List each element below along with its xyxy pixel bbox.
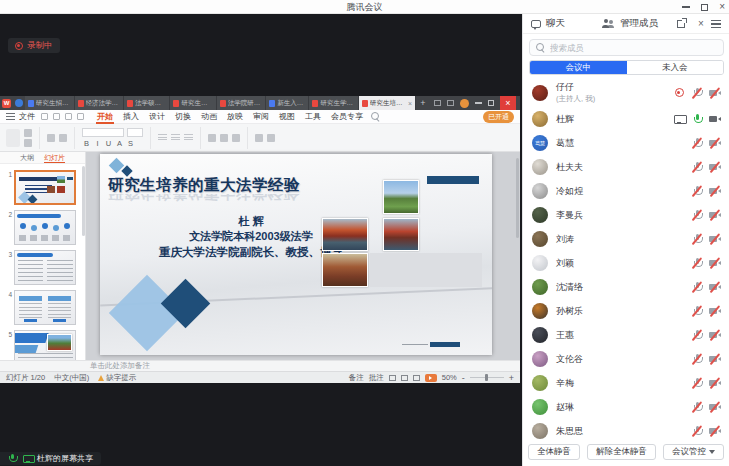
- panel-menu-icon[interactable]: [711, 20, 721, 28]
- wps-hamburger-icon[interactable]: [6, 113, 15, 120]
- camera-icon[interactable]: [708, 400, 722, 414]
- font-style-button[interactable]: S: [126, 139, 135, 148]
- premium-badge[interactable]: 已开通: [483, 111, 514, 123]
- recording-badge[interactable]: 录制中: [8, 38, 60, 53]
- menu-工具[interactable]: 工具: [300, 110, 326, 124]
- mic-icon[interactable]: [690, 328, 704, 342]
- slideshow-play-icon[interactable]: [425, 374, 437, 382]
- close-icon[interactable]: ×: [719, 2, 725, 12]
- wps-maximize-icon[interactable]: [488, 100, 494, 106]
- mic-icon[interactable]: [690, 160, 704, 174]
- zoom-slider[interactable]: [470, 377, 504, 379]
- wps-document-tab[interactable]: 研究生培养的重大法学经验.pptx×: [359, 96, 416, 110]
- participant-row[interactable]: 赵琳: [523, 395, 729, 419]
- split-view-icon[interactable]: [447, 100, 454, 106]
- ribbon-button[interactable]: [267, 134, 275, 142]
- mic-icon[interactable]: [690, 256, 704, 270]
- ribbon-button[interactable]: [220, 134, 228, 142]
- participant-row[interactable]: 冷如煌: [523, 179, 729, 203]
- camera-icon[interactable]: [708, 376, 722, 390]
- canvas-scrollbar[interactable]: [516, 158, 519, 238]
- share-status-banner[interactable]: 杜辉的屏幕共享: [0, 452, 101, 465]
- ribbon-button[interactable]: [184, 134, 193, 142]
- camera-icon[interactable]: [708, 256, 722, 270]
- comments-toggle-button[interactable]: 批注: [369, 373, 384, 383]
- participant-row[interactable]: 孙树乐: [523, 299, 729, 323]
- ribbon-button[interactable]: [171, 134, 180, 142]
- footer-button-会议管控[interactable]: 会议管控: [663, 444, 724, 460]
- participant-row[interactable]: 文伦谷: [523, 347, 729, 371]
- mic-icon[interactable]: [690, 232, 704, 246]
- tab-manage-members[interactable]: 管理成员: [620, 17, 658, 30]
- mic-icon[interactable]: [690, 136, 704, 150]
- camera-icon[interactable]: [708, 86, 722, 100]
- reading-view-icon[interactable]: [413, 375, 420, 381]
- menu-视图[interactable]: 视图: [274, 110, 300, 124]
- font-name-box[interactable]: [82, 128, 124, 137]
- footer-button-全体静音[interactable]: 全体静音: [528, 444, 580, 460]
- camera-icon[interactable]: [708, 304, 722, 318]
- layout-icon[interactable]: [434, 100, 441, 106]
- thumbnail-scrollbar[interactable]: [82, 166, 85, 236]
- font-style-button[interactable]: U: [104, 139, 113, 148]
- camera-icon[interactable]: [708, 424, 722, 438]
- redo-icon[interactable]: [77, 113, 84, 120]
- minimize-icon[interactable]: [682, 6, 690, 8]
- participant-list[interactable]: 仔仔(主持人, 我)杜辉葛慧葛慧杜夫夫冷如煌李曼兵刘涛刘颖沈清络孙树乐王惠文伦谷…: [523, 78, 729, 444]
- print-icon[interactable]: [53, 113, 60, 120]
- slide-thumbnail[interactable]: 3: [2, 250, 82, 285]
- camera-icon[interactable]: [708, 112, 722, 126]
- mic-icon[interactable]: [690, 280, 704, 294]
- camera-icon[interactable]: [708, 280, 722, 294]
- mic-icon[interactable]: [690, 352, 704, 366]
- wps-search-icon[interactable]: [371, 112, 381, 122]
- menu-开始[interactable]: 开始: [92, 110, 118, 124]
- wps-logo-icon[interactable]: W: [0, 96, 13, 110]
- menu-放映[interactable]: 放映: [222, 110, 248, 124]
- file-menu[interactable]: 文件: [19, 111, 35, 122]
- ribbon-button[interactable]: [6, 129, 20, 147]
- camera-icon[interactable]: [708, 160, 722, 174]
- menu-会员专享[interactable]: 会员专享: [326, 110, 368, 124]
- zoom-level[interactable]: 50%: [442, 373, 457, 382]
- normal-view-icon[interactable]: [389, 375, 396, 381]
- participant-row[interactable]: 杜夫夫: [523, 155, 729, 179]
- ribbon-button[interactable]: [24, 129, 32, 137]
- slide-thumbnail[interactable]: 1: [2, 170, 82, 205]
- notes-bar[interactable]: 单击此处添加备注: [0, 360, 520, 371]
- zoom-in-button[interactable]: +: [509, 374, 514, 382]
- popout-icon[interactable]: [677, 20, 685, 28]
- mic-icon[interactable]: [690, 400, 704, 414]
- ribbon-button[interactable]: [158, 134, 167, 142]
- ribbon-button[interactable]: [24, 139, 32, 147]
- footer-button-解除全体静音[interactable]: 解除全体静音: [587, 444, 656, 460]
- wps-home-icon[interactable]: [13, 96, 25, 110]
- menu-动画[interactable]: 动画: [196, 110, 222, 124]
- camera-icon[interactable]: [708, 184, 722, 198]
- participant-row[interactable]: 沈清络: [523, 275, 729, 299]
- ribbon-button[interactable]: [47, 134, 55, 142]
- wps-document-tab[interactable]: 研究生学术训练与论文写作: [309, 96, 359, 110]
- search-input[interactable]: [550, 43, 717, 53]
- sorter-view-icon[interactable]: [401, 375, 408, 381]
- wps-document-tab[interactable]: 研究生导师工作条例解读: [170, 96, 216, 110]
- tab-chat[interactable]: 聊天: [546, 17, 565, 30]
- participant-row[interactable]: 葛慧葛慧: [523, 131, 729, 155]
- font-style-button[interactable]: I: [93, 139, 102, 148]
- slide-1[interactable]: 研究生培养的重大法学经验 研究生培养的重大法学经验 杜 辉 文法学院本科2003…: [100, 154, 492, 355]
- slide-canvas[interactable]: 研究生培养的重大法学经验 研究生培养的重大法学经验 杜 辉 文法学院本科2003…: [86, 152, 520, 360]
- mic-icon[interactable]: [690, 208, 704, 222]
- member-search-box[interactable]: [529, 39, 724, 56]
- font-warning[interactable]: 缺字提示: [98, 373, 136, 383]
- sidebar-tab-幻灯片[interactable]: 幻灯片: [44, 152, 65, 163]
- participant-row[interactable]: 杜辉: [523, 107, 729, 131]
- camera-icon[interactable]: [708, 136, 722, 150]
- menu-插入[interactable]: 插入: [118, 110, 144, 124]
- wps-minimize-icon[interactable]: [475, 102, 482, 103]
- font-size-box[interactable]: [127, 128, 143, 137]
- language-indicator[interactable]: 中文(中国): [54, 373, 89, 383]
- wps-document-tab[interactable]: 法学院研究生教育情况汇报: [217, 96, 267, 110]
- mic-icon[interactable]: [690, 86, 704, 100]
- slide-thumbnail[interactable]: 2: [2, 210, 82, 245]
- menu-切换[interactable]: 切换: [170, 110, 196, 124]
